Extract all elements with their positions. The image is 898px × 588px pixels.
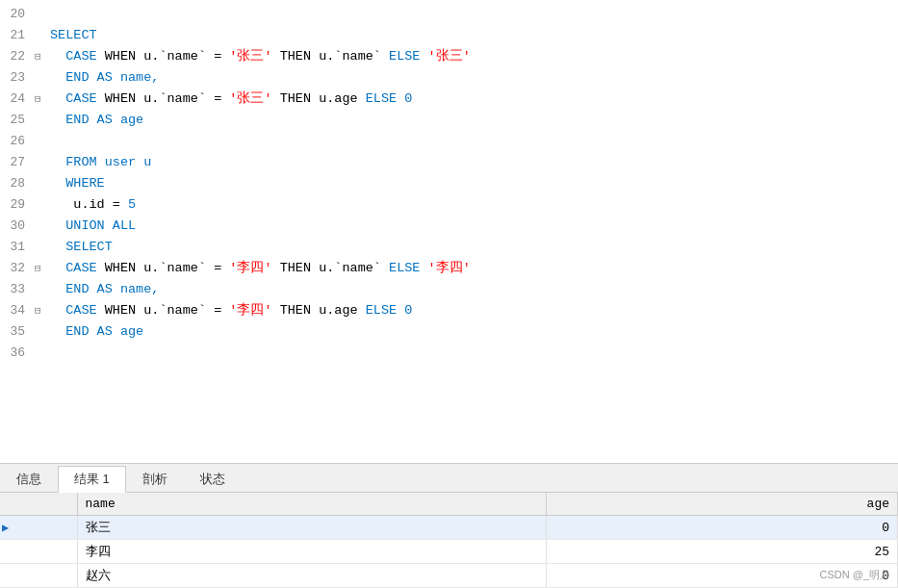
row-indicator: ▶ [0, 516, 77, 540]
code-content: SELECT [50, 237, 898, 258]
code-content: CASE WHEN u.`name` = '李四' THEN u.`name` … [50, 258, 898, 279]
line-number: 30 [0, 216, 35, 237]
tab-bar: 信息结果 1剖析状态 [0, 464, 898, 493]
tab-剖析[interactable]: 剖析 [126, 466, 184, 492]
code-content: CASE WHEN u.`name` = '张三' THEN u.`name` … [50, 46, 898, 67]
code-content: END AS age [50, 321, 898, 343]
code-editor[interactable]: 2021SELECT22⊟ CASE WHEN u.`name` = '张三' … [0, 0, 898, 463]
line-number: 23 [0, 67, 35, 89]
cell-name: 李四 [77, 540, 546, 564]
code-line: 36 [0, 343, 898, 364]
tab-信息[interactable]: 信息 [0, 466, 58, 492]
line-number: 24 [0, 89, 35, 110]
table-row: 赵六0 [0, 564, 898, 588]
bottom-panel: 信息结果 1剖析状态 nameage▶张三0李四25赵六0 [0, 463, 898, 588]
code-line: 35 END AS age [0, 321, 898, 343]
code-line: 29 u.id = 5 [0, 194, 898, 216]
code-content: END AS name, [50, 279, 898, 300]
table-row: ▶张三0 [0, 516, 898, 540]
watermark: CSDN @_明月 [819, 568, 890, 582]
code-line: 23 END AS name, [0, 67, 898, 89]
result-table-container: nameage▶张三0李四25赵六0 [0, 493, 898, 588]
code-content: UNION ALL [50, 216, 898, 237]
line-number: 28 [0, 173, 35, 194]
code-content: CASE WHEN u.`name` = '张三' THEN u.age ELS… [50, 89, 898, 110]
line-number: 32 [0, 258, 35, 279]
code-content: SELECT [50, 25, 898, 46]
line-number: 27 [0, 152, 35, 173]
cell-age: 0 [546, 516, 897, 540]
line-number: 29 [0, 194, 35, 216]
fold-icon[interactable]: ⊟ [35, 46, 48, 67]
code-line: 32⊟ CASE WHEN u.`name` = '李四' THEN u.`na… [0, 258, 898, 279]
result-table: nameage▶张三0李四25赵六0 [0, 493, 898, 588]
code-content: END AS age [50, 110, 898, 131]
code-line: 21SELECT [0, 25, 898, 46]
line-number: 33 [0, 279, 35, 300]
code-content: u.id = 5 [50, 194, 898, 216]
code-line: 34⊟ CASE WHEN u.`name` = '李四' THEN u.age… [0, 300, 898, 321]
code-line: 31 SELECT [0, 237, 898, 258]
table-row: 李四25 [0, 540, 898, 564]
code-content: END AS name, [50, 67, 898, 89]
line-number: 21 [0, 25, 35, 46]
line-number: 22 [0, 46, 35, 67]
code-line: 22⊟ CASE WHEN u.`name` = '张三' THEN u.`na… [0, 46, 898, 67]
cell-name: 张三 [77, 516, 546, 540]
line-number: 34 [0, 300, 35, 321]
col-header-name: name [77, 493, 546, 516]
code-line: 20 [0, 4, 898, 25]
code-line: 27 FROM user u [0, 152, 898, 173]
fold-icon[interactable]: ⊟ [35, 300, 48, 321]
code-line: 25 END AS age [0, 110, 898, 131]
cell-name: 赵六 [77, 564, 546, 588]
code-content: WHERE [50, 173, 898, 194]
col-header-age: age [546, 493, 897, 516]
fold-icon[interactable]: ⊟ [35, 89, 48, 110]
code-line: 30 UNION ALL [0, 216, 898, 237]
code-line: 28 WHERE [0, 173, 898, 194]
line-number: 26 [0, 131, 35, 152]
code-content: FROM user u [50, 152, 898, 173]
code-line: 26 [0, 131, 898, 152]
code-line: 33 END AS name, [0, 279, 898, 300]
fold-icon[interactable]: ⊟ [35, 258, 48, 279]
line-number: 25 [0, 110, 35, 131]
cell-age: 25 [546, 540, 897, 564]
row-indicator [0, 564, 77, 588]
tab-结果 1[interactable]: 结果 1 [58, 466, 126, 493]
tab-状态[interactable]: 状态 [184, 466, 242, 492]
row-indicator [0, 540, 77, 564]
code-line: 24⊟ CASE WHEN u.`name` = '张三' THEN u.age… [0, 89, 898, 110]
line-number: 31 [0, 237, 35, 258]
line-number: 20 [0, 4, 35, 25]
line-number: 35 [0, 321, 35, 343]
code-content: CASE WHEN u.`name` = '李四' THEN u.age ELS… [50, 300, 898, 321]
line-number: 36 [0, 343, 35, 364]
